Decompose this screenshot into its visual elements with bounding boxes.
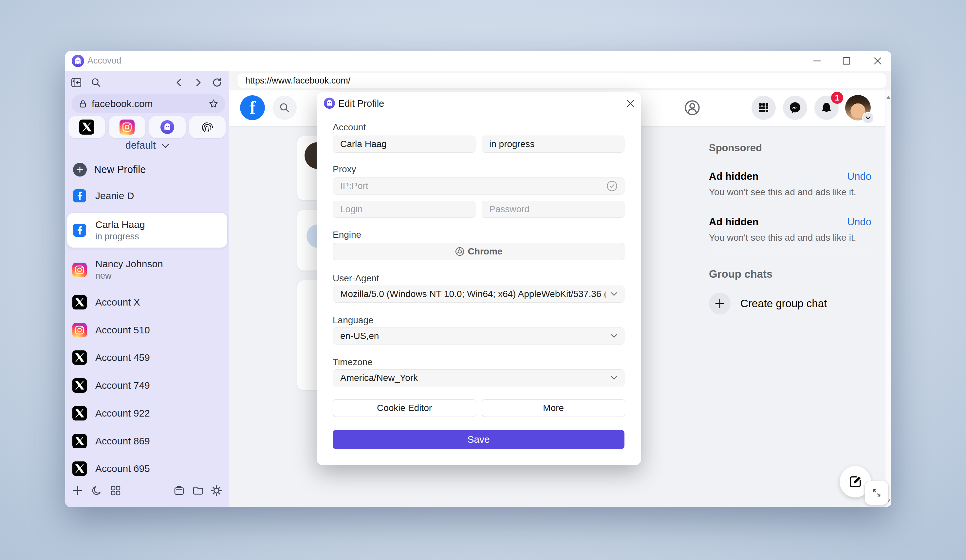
profile-name: Carla Haag	[95, 219, 145, 230]
messenger-button[interactable]	[783, 95, 807, 120]
add-tab-icon[interactable]	[69, 481, 87, 500]
reload-icon[interactable]	[210, 76, 224, 90]
filter-accovod[interactable]	[149, 116, 186, 138]
language-label: Language	[333, 315, 374, 325]
hidden-ad-card: Ad hidden Undo You won't see this ad and…	[709, 171, 871, 197]
profile-row[interactable]: Jeanie D	[67, 186, 227, 206]
profile-switch-icon[interactable]	[682, 98, 702, 118]
maximize-button[interactable]	[837, 54, 856, 67]
site-domain: facebook.com	[92, 98, 208, 109]
engine-value: Chrome	[468, 246, 503, 257]
instagram-icon	[72, 323, 87, 337]
chevron-down-icon	[610, 376, 618, 380]
profile-row[interactable]: Nancy Johnsonnew	[67, 254, 227, 285]
profile-row[interactable]: Account 869	[67, 431, 227, 451]
filter-fingerprint[interactable]	[189, 116, 226, 138]
create-group-chat-button[interactable]: Create group chat	[709, 293, 827, 314]
account-status-input[interactable]: in progress	[482, 136, 624, 153]
accovod-ghost-icon	[324, 98, 335, 109]
minimize-button[interactable]	[807, 54, 827, 67]
sidebar-bottom-toolbar	[65, 481, 229, 500]
scrollbar[interactable]	[885, 90, 891, 507]
url-input[interactable]: https://www.facebook.com/	[238, 73, 886, 88]
account-label: Account	[333, 122, 366, 133]
more-button[interactable]: More	[482, 399, 625, 417]
x-icon	[72, 461, 87, 476]
account-name-value: Carla Haag	[340, 139, 387, 149]
accovod-ghost-icon	[160, 120, 175, 135]
titlebar: Accovod	[65, 51, 891, 71]
user-agent-value: Mozilla/5.0 (Windows NT 10.0; Win64; x64…	[340, 289, 605, 299]
account-name-input[interactable]: Carla Haag	[333, 136, 475, 153]
x-icon	[72, 350, 87, 365]
site-pill[interactable]: facebook.com	[71, 94, 225, 113]
account-status-value: in progress	[489, 139, 535, 149]
expand-button[interactable]	[864, 481, 889, 505]
back-icon[interactable]	[172, 76, 186, 90]
proxy-login-input[interactable]: Login	[333, 201, 475, 218]
sponsored-heading: Sponsored	[709, 142, 762, 154]
archive-box-icon[interactable]	[170, 481, 188, 500]
undo-link[interactable]: Undo	[847, 171, 871, 182]
language-value: en-US,en	[340, 331, 379, 341]
language-dropdown[interactable]: en-US,en	[333, 327, 624, 345]
profile-row[interactable]: Account 459	[67, 348, 227, 368]
app-title: Accovod	[87, 56, 122, 66]
undo-link[interactable]: Undo	[847, 216, 871, 228]
forward-icon[interactable]	[191, 76, 205, 90]
settings-gear-icon[interactable]	[207, 481, 226, 500]
collapse-sidebar-icon[interactable]	[69, 76, 84, 90]
accovod-ghost-icon	[72, 55, 84, 67]
filter-instagram[interactable]	[109, 116, 145, 138]
x-icon	[72, 295, 87, 309]
profile-row[interactable]: Account 922	[67, 403, 227, 424]
apps-grid-icon[interactable]	[107, 481, 125, 500]
new-profile-button[interactable]: New Profile	[73, 161, 146, 178]
create-group-chat-label: Create group chat	[740, 297, 827, 310]
save-button[interactable]: Save	[333, 430, 624, 449]
profile-row[interactable]: Account 510	[67, 320, 227, 340]
check-circle-icon	[606, 181, 618, 192]
chevron-down-icon	[610, 334, 618, 338]
plus-icon	[73, 163, 87, 177]
accovod-window: Accovod	[65, 51, 891, 507]
bookmark-star-icon[interactable]	[208, 99, 219, 109]
folder-icon[interactable]	[189, 481, 207, 500]
proxy-password-input[interactable]: Password	[482, 201, 624, 218]
profile-name: Account 922	[95, 408, 150, 419]
group-dropdown[interactable]: default	[65, 140, 229, 151]
profile-row[interactable]: Account 695	[67, 458, 227, 479]
timezone-label: Timezone	[333, 357, 373, 368]
ad-hidden-title: Ad hidden	[709, 171, 759, 182]
profile-name: Account 869	[95, 435, 150, 447]
menu-grid-button[interactable]	[751, 95, 776, 120]
profile-row[interactable]: Account X	[67, 292, 227, 312]
modal-title: Edit Profile	[338, 98, 384, 109]
facebook-logo[interactable]: f	[240, 95, 265, 120]
engine-selector[interactable]: Chrome	[333, 243, 624, 260]
engine-label: Engine	[333, 230, 361, 240]
modal-close-icon[interactable]	[624, 97, 637, 110]
scroll-up-icon[interactable]	[886, 95, 891, 99]
timezone-dropdown[interactable]: America/New_York	[333, 370, 624, 386]
fingerprint-icon	[200, 120, 215, 135]
proxy-input[interactable]: IP:Port	[333, 177, 624, 195]
search-icon[interactable]	[89, 76, 103, 90]
facebook-search-button[interactable]	[273, 95, 297, 120]
close-button[interactable]	[868, 54, 887, 67]
profile-name: Jeanie D	[95, 190, 134, 201]
edit-profile-modal: Edit Profile Account Carla Haag in progr…	[317, 92, 641, 465]
profile-row[interactable]: Account 749	[67, 375, 227, 396]
profile-row-selected[interactable]: Carla Haagin progress	[67, 213, 227, 248]
filter-x[interactable]	[69, 116, 105, 138]
chevron-down-icon	[610, 292, 618, 296]
user-agent-dropdown[interactable]: Mozilla/5.0 (Windows NT 10.0; Win64; x64…	[333, 286, 624, 302]
dark-mode-moon-icon[interactable]	[87, 481, 106, 500]
x-icon	[72, 434, 87, 448]
cookie-editor-button[interactable]: Cookie Editor	[333, 399, 476, 417]
profile-name: Account 510	[95, 325, 150, 336]
ad-hidden-title: Ad hidden	[709, 216, 759, 228]
profile-name: Account X	[95, 297, 140, 308]
facebook-icon	[72, 223, 87, 237]
ad-hidden-description: You won't see this ad and ads like it.	[709, 233, 871, 243]
